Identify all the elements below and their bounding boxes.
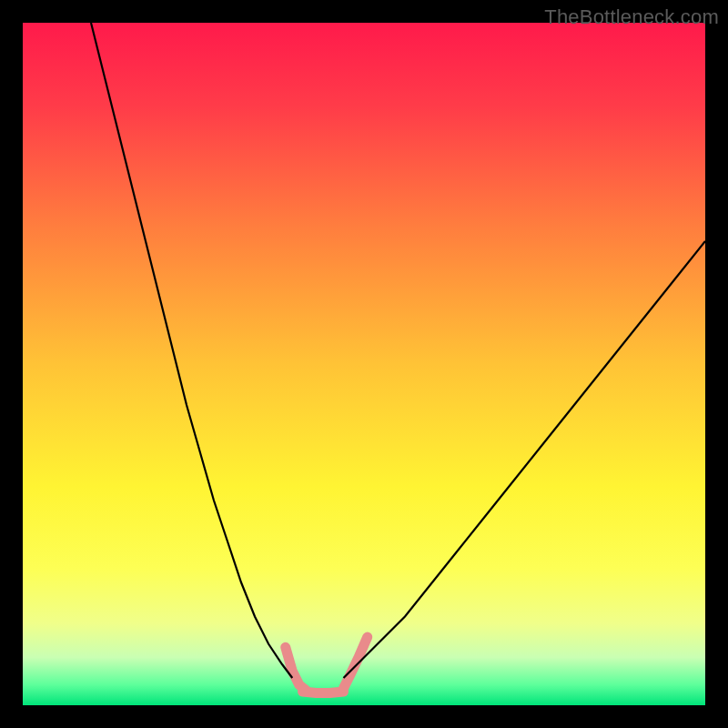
chart-background xyxy=(23,23,705,705)
watermark-text: TheBottleneck.com xyxy=(544,5,719,29)
bottleneck-curve-chart xyxy=(23,23,705,705)
series-highlight-bottom xyxy=(303,692,344,693)
chart-container xyxy=(23,23,705,705)
